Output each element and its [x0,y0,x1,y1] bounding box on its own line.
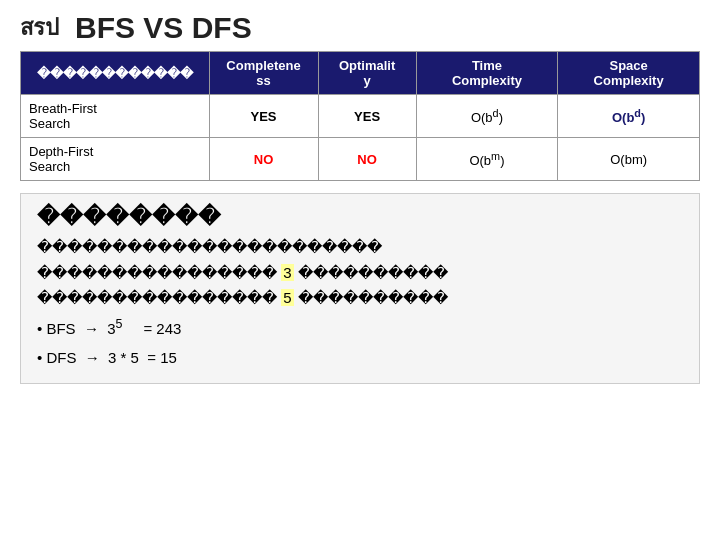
bfs-space: O(bd) [558,95,700,138]
bfs-time: O(bd) [416,95,558,138]
col-header-space: SpaceComplexity [558,52,700,95]
col-header-complete: Completeness [209,52,318,95]
col-header-algo: ������������ [21,52,210,95]
bfs-complete: YES [209,95,318,138]
col-header-time: TimeComplexity [416,52,558,95]
main-content: ������������ Completeness Optimality Tim… [0,51,720,394]
page-header: สรป BFS VS DFS [0,0,720,51]
highlight-5: 5 [281,289,293,306]
page-title: BFS VS DFS [75,11,252,45]
bottom-line3: ���������������� 5 ���������� [37,287,683,310]
highlight-3: 3 [281,264,293,281]
bfs-name: Breath-FirstSearch [21,95,210,138]
dfs-time: O(bm) [416,138,558,181]
bullet-bfs: • BFS → 35 = 243 [37,314,683,342]
table-row: Depth-FirstSearch NO NO O(bm) O(bm) [21,138,700,181]
bullet-dfs: • DFS → 3 * 5 = 15 [37,345,683,371]
bottom-explanation: �������� ����������������������� �������… [20,193,700,384]
col-header-optimal: Optimality [318,52,416,95]
bfs-optimal: YES [318,95,416,138]
dfs-complete: NO [209,138,318,181]
bottom-line1: ����������������������� [37,236,683,259]
comparison-table: ������������ Completeness Optimality Tim… [20,51,700,181]
bottom-heading: �������� [37,204,683,230]
bottom-line2: ���������������� 3 ���������� [37,262,683,285]
dfs-space: O(bm) [558,138,700,181]
table-row: Breath-FirstSearch YES YES O(bd) O(bd) [21,95,700,138]
dfs-optimal: NO [318,138,416,181]
dfs-name: Depth-FirstSearch [21,138,210,181]
thai-label: สรป [20,10,59,45]
